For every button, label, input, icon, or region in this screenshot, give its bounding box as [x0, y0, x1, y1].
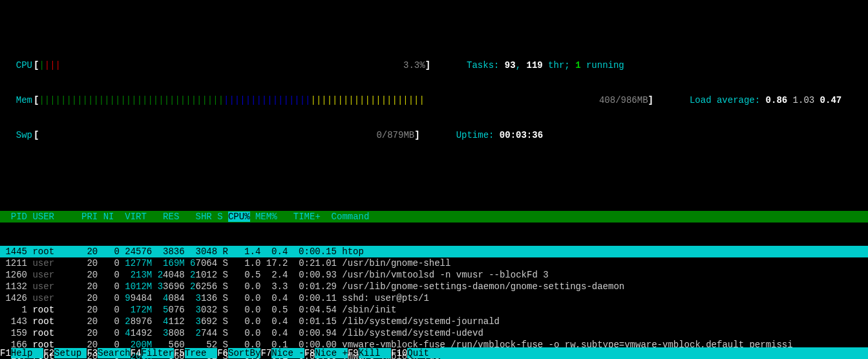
fnkey-label[interactable]: Nice + [315, 348, 347, 358]
fnkey: F3 [87, 348, 98, 358]
col-header[interactable]: SHR [179, 212, 211, 222]
cpu-label: CPU [0, 60, 34, 71]
tasks-info: Tasks: 93, 119 thr; 1 running [467, 60, 624, 71]
fnkey: F5 [174, 348, 185, 358]
process-row[interactable]: 1426 user 20 0 99484 4084 3136 S 0.0 0.4… [0, 292, 868, 304]
fnkey-label[interactable]: Kill [359, 348, 391, 358]
col-header[interactable]: NI [98, 212, 114, 222]
spacer [0, 164, 868, 176]
fnkey: F6 [217, 348, 228, 358]
fnkey: F4 [131, 348, 142, 358]
fnkey: F7 [260, 348, 271, 358]
swp-spacer [39, 129, 376, 141]
swp-label: Swp [0, 129, 34, 141]
cpu-meter: CPU[||||3.3%] Tasks: 93, 119 thr; 1 runn… [0, 60, 868, 71]
process-row[interactable]: 1260 user 20 0 213M 24048 21012 S 0.5 2.… [0, 269, 868, 281]
fnkey-label[interactable]: Nice - [271, 348, 304, 358]
col-header[interactable]: PRI [81, 212, 98, 222]
col-header[interactable]: VIRT [114, 212, 146, 222]
fnkey: F8 [304, 348, 315, 358]
fnkey-label[interactable]: Search [98, 348, 130, 358]
fnkey-label[interactable]: Setup [54, 348, 87, 358]
swp-value: 0/879MB [376, 129, 414, 141]
col-header[interactable]: Command [326, 212, 369, 222]
process-row[interactable]: 159 root 20 0 41492 3808 2744 S 0.0 0.4 … [0, 327, 868, 339]
col-header[interactable]: CPU% [228, 212, 250, 222]
col-header[interactable]: USER [27, 212, 81, 222]
fnkey: F10 [391, 348, 407, 358]
process-row[interactable]: 1132 user 20 0 1012M 33696 26256 S 0.0 3… [0, 281, 868, 292]
htop-screen: CPU[||||3.3%] Tasks: 93, 119 thr; 1 runn… [0, 35, 868, 359]
fnkey: F2 [43, 348, 54, 358]
function-bar: F1Help F2Setup F3SearchF4FilterF5Tree F6… [0, 347, 868, 359]
uptime-info: Uptime: 00:03:36 [456, 129, 543, 141]
cpu-value: 3.3% [403, 60, 425, 71]
fnkey-label[interactable]: Quit [407, 348, 439, 358]
fnkey-label[interactable]: Tree [185, 348, 217, 358]
cpu-spacer [61, 60, 403, 71]
process-list[interactable]: 1445 root 20 0 24576 3836 3048 R 1.4 0.4… [0, 246, 868, 359]
swp-meter: Swp[0/879MB] Uptime: 00:03:36 [0, 129, 868, 141]
fnkey: F1 [0, 348, 11, 358]
mem-bar: ||||||||||||||||||||||||||||||||||||||||… [39, 94, 425, 106]
process-row[interactable]: 143 root 20 0 28976 4112 3692 S 0.0 0.4 … [0, 316, 868, 327]
col-header[interactable]: MEM% [250, 212, 277, 222]
col-header[interactable]: TIME+ [277, 212, 326, 222]
mem-label: Mem [0, 94, 34, 106]
fnkey-label[interactable]: Filter [142, 348, 174, 358]
fnkey-label[interactable]: Help [11, 348, 43, 358]
load-info: Load average: 0.86 1.03 0.47 [690, 94, 842, 106]
mem-spacer [425, 94, 599, 106]
col-header[interactable]: S [212, 212, 228, 222]
column-header[interactable]: PID USER PRI NI VIRT RES SHR S CPU% MEM%… [0, 211, 868, 223]
fnkey-label[interactable]: SortBy [228, 348, 260, 358]
cpu-bar: |||| [39, 60, 61, 71]
mem-value: 408/986MB [599, 94, 648, 106]
col-header[interactable]: RES [147, 212, 179, 222]
fnkey: F9 [348, 348, 359, 358]
process-row[interactable]: 1 root 20 0 172M 5076 3032 S 0.0 0.5 0:0… [0, 304, 868, 316]
process-row[interactable]: 1445 root 20 0 24576 3836 3048 R 1.4 0.4… [0, 246, 868, 257]
col-header[interactable]: PID [0, 212, 27, 222]
process-row[interactable]: 1211 user 20 0 1277M 169M 67064 S 1.0 17… [0, 257, 868, 269]
mem-meter: Mem[||||||||||||||||||||||||||||||||||||… [0, 94, 868, 106]
